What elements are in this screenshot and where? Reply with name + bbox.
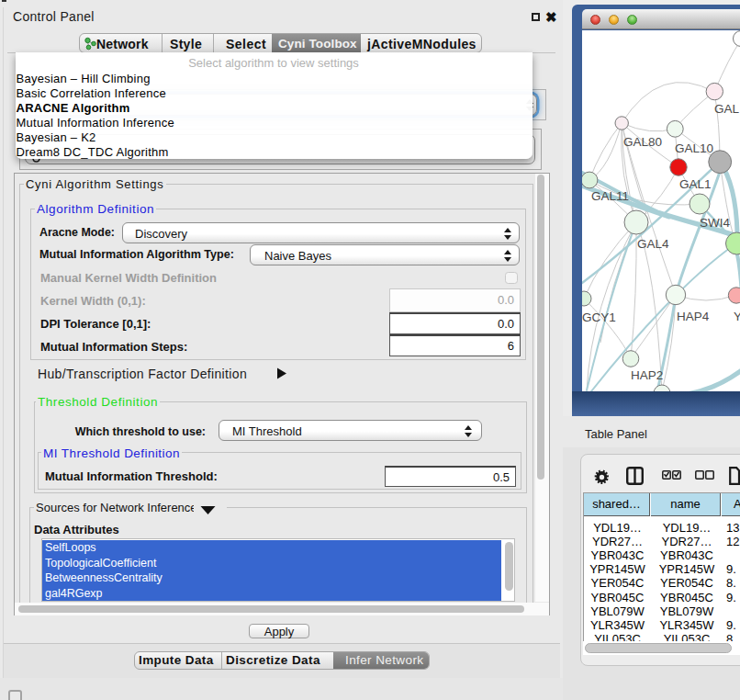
svg-text:GAL10: GAL10 — [675, 141, 713, 155]
svg-text:GAL: GAL — [714, 102, 740, 116]
svg-text:SWI4: SWI4 — [700, 216, 730, 230]
svg-text:GAL1: GAL1 — [679, 177, 712, 191]
svg-text:HAP4: HAP4 — [677, 310, 710, 323]
svg-text:GAL4: GAL4 — [637, 237, 669, 251]
svg-text:GAL11: GAL11 — [591, 189, 629, 203]
svg-text:GCY1: GCY1 — [582, 310, 616, 324]
svg-text:Y: Y — [734, 310, 740, 323]
svg-text:HAP2: HAP2 — [631, 368, 663, 382]
svg-text:GAL80: GAL80 — [623, 135, 662, 149]
